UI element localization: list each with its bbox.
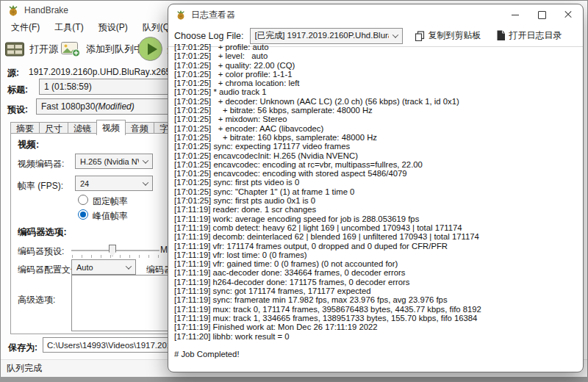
tab-video[interactable]: 视频: [96, 120, 126, 135]
handbrake-logo-icon: [176, 10, 186, 20]
encoder-profile-value: Auto: [76, 263, 122, 272]
log-line: [17:11:19] vfr: gained time: 0 (0 frames…: [174, 259, 580, 268]
peak-framerate-label: 峰值帧率: [93, 210, 128, 223]
log-line: [17:11:20] libhb: work result = 0: [174, 332, 580, 341]
desktop-edge: [0, 377, 588, 382]
log-line: [17:11:19] Finished work at: Mon Dec 26 …: [174, 322, 580, 331]
log-line: [17:01:25] + bitrate: 56 kbps, samplerat…: [174, 106, 580, 115]
log-line: [17:01:25] sync: first pts audio 0x1 is …: [174, 196, 580, 205]
log-line: [17:01:25] encavcodecInit: H.265 (Nvidia…: [174, 151, 580, 160]
log-line: [17:11:19] mux: track 1, 334665 frames, …: [174, 314, 580, 322]
start-encode-play-icon[interactable]: [138, 37, 162, 61]
minimize-button[interactable]: [502, 4, 528, 25]
menu-presets[interactable]: 预设(P): [93, 20, 134, 35]
log-line: [17:01:25] encavcodec: encoding with sto…: [174, 169, 580, 178]
choose-log-file-label: Choose Log File:: [174, 31, 244, 41]
log-line: [17:01:25] + quality: 22.00 (CQ): [174, 61, 580, 70]
copy-to-clipboard-button[interactable]: 复制到剪贴板: [412, 27, 484, 44]
peak-framerate-radio[interactable]: [78, 209, 88, 220]
log-line: [17:01:25] + mixdown: Stereo: [174, 115, 580, 123]
handbrake-logo-icon: [7, 4, 19, 16]
framerate-label: 帧率 (FPS):: [18, 180, 63, 192]
log-line: [17:01:25] + decoder: Unknown (AAC LC) (…: [174, 97, 580, 106]
log-line: [17:11:19] aac-decoder done: 334664 fram…: [174, 268, 580, 277]
preset-combobox-value: Fast 1080p30: [41, 101, 95, 112]
encoder-options-heading: 编码器选项:: [18, 226, 67, 239]
copy-icon: [415, 31, 425, 41]
log-line: [17:01:25] sync: "Chapter 1" (1) at fram…: [174, 187, 580, 196]
log-line: [17:01:25] + profile: auto: [174, 43, 580, 51]
log-line: [17:01:25] sync: expecting 171177 video …: [174, 142, 580, 151]
chevron-down-icon: [126, 263, 132, 269]
chevron-down-icon: [143, 157, 148, 163]
log-window-title: 日志查看器: [191, 9, 235, 21]
log-line: [17:11:19] work: average encoding speed …: [174, 215, 580, 223]
save-as-label: 保存为:: [8, 342, 37, 354]
maximize-button[interactable]: [528, 4, 555, 25]
film-strip-icon: [5, 42, 24, 57]
log-line: [17:01:25] + chroma location: left: [174, 79, 580, 87]
log-line: [17:11:19] vfr: 171174 frames output, 0 …: [174, 242, 580, 251]
advanced-options-label: 高级选项:: [18, 294, 55, 306]
chevron-down-icon: [143, 179, 148, 185]
preset-label: 预设:: [7, 104, 28, 116]
log-line: # Job Completed!: [174, 350, 580, 358]
video-section-heading: 视频:: [18, 139, 39, 151]
video-encoder-combobox[interactable]: H.265 (Nvidia NV: [75, 154, 153, 169]
log-line: [17:11:19] vfr: lost time: 0 (0 frames): [174, 251, 580, 259]
close-button[interactable]: [555, 4, 581, 25]
constant-framerate-radio[interactable]: [78, 195, 88, 205]
source-label: 源:: [7, 67, 19, 79]
log-line: [17:01:25] encavcodec: encoding at rc=vb…: [174, 160, 580, 169]
log-line: [17:11:19] comb detect: heavy 62 | light…: [174, 223, 580, 232]
log-line: [174, 341, 580, 350]
log-line: [17:11:19] sync: got 171174 frames, 1711…: [174, 286, 580, 295]
log-output[interactable]: [17:01:25] + profile: auto[17:01:25] + l…: [174, 43, 580, 370]
video-encoder-label: 视频编码器:: [18, 158, 64, 170]
chevron-down-icon: [392, 32, 398, 37]
framerate-value: 24: [80, 179, 139, 188]
log-file-value: [已完成] 1917.2019.2160P.Uhd.Bluray.X: [255, 30, 389, 41]
add-to-queue-label: 添加到队列中: [86, 43, 143, 56]
status-text: 队列完成: [7, 362, 42, 375]
open-source-label: 打开源: [29, 43, 58, 56]
log-line: [17:01:25] + bitrate: 160 kbps, samplera…: [174, 133, 580, 142]
slider-tick-marks: [72, 255, 160, 258]
log-line: [17:11:19] reader: done. 1 scr changes: [174, 205, 580, 214]
copy-to-clipboard-label: 复制到剪贴板: [429, 29, 481, 42]
constant-framerate-label: 固定帧率: [93, 195, 128, 208]
log-viewer-window: 日志查看器 Choose Log File: [已完成] 1917.2019.2…: [168, 4, 584, 372]
open-source-button[interactable]: 打开源: [5, 36, 58, 62]
title-label: 标题:: [7, 84, 28, 96]
log-line: [17:11:19] sync: framerate min 17.982 fp…: [174, 295, 580, 304]
menu-file[interactable]: 文件(F): [5, 20, 46, 35]
main-window-title: HandBrake: [24, 5, 68, 15]
log-directory-icon: [496, 30, 506, 41]
log-line: [17:11:19] h264-decoder done: 171175 fra…: [174, 278, 580, 286]
log-line: [17:01:25] + encoder: AAC (libavcodec): [174, 124, 580, 133]
log-line: [17:01:25] * audio track 1: [174, 87, 580, 96]
log-line: [17:11:19] mux: track 0, 171174 frames, …: [174, 305, 580, 314]
open-log-directory-button[interactable]: 打开日志目录: [493, 27, 565, 44]
log-line: [17:11:19] decomb: deinterlaced 62 | ble…: [174, 232, 580, 241]
log-line: [17:01:25] + color profile: 1-1-1: [174, 70, 580, 79]
log-line: [17:01:25] + level: auto: [174, 51, 580, 60]
preset-modified-flag: (Modified): [95, 101, 134, 112]
encoder-profile-combobox[interactable]: Auto: [71, 259, 136, 275]
log-file-combobox[interactable]: [已完成] 1917.2019.2160P.Uhd.Bluray.X: [250, 28, 403, 44]
window-controls: [502, 4, 581, 25]
framerate-combobox[interactable]: 24: [75, 176, 153, 191]
menu-tools[interactable]: 工具(T): [49, 20, 89, 35]
log-line: [17:01:25] sync: first pts video is 0: [174, 178, 580, 187]
open-log-directory-label: 打开日志目录: [509, 29, 562, 42]
encoder-preset-label: 编码器预设:: [18, 245, 64, 258]
log-titlebar[interactable]: 日志查看器: [168, 4, 583, 25]
video-encoder-value: H.265 (Nvidia NV: [80, 157, 139, 166]
add-to-queue-icon: [61, 42, 81, 57]
